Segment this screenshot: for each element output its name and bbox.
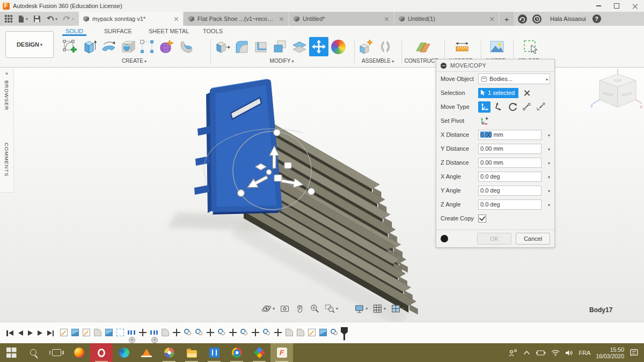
comments-panel-tab[interactable]: COMMENTS xyxy=(4,143,10,176)
create-form-icon[interactable] xyxy=(157,37,176,56)
timeline-move[interactable] xyxy=(139,329,147,342)
timeline-play[interactable] xyxy=(28,330,33,336)
blue-plate-body[interactable] xyxy=(194,79,280,215)
language-indicator[interactable]: FRA xyxy=(579,350,590,356)
joint-icon[interactable] xyxy=(376,37,395,56)
file-explorer-icon[interactable] xyxy=(180,343,203,362)
extrude-icon[interactable] xyxy=(79,37,99,56)
timeline-move[interactable] xyxy=(173,329,181,342)
move-type-point-to-position[interactable] xyxy=(534,101,546,113)
tab-surface[interactable]: SURFACE xyxy=(104,28,132,34)
file-menu-icon[interactable] xyxy=(16,14,30,24)
show-hidden-icons-chevron[interactable] xyxy=(523,350,530,355)
info-icon[interactable] xyxy=(441,235,448,242)
zoom-window-icon[interactable] xyxy=(325,304,338,314)
timeline-fillet[interactable] xyxy=(94,329,102,342)
chrome-icon[interactable] xyxy=(225,343,248,362)
ok-button[interactable]: OK xyxy=(477,233,511,245)
timeline-sketch[interactable] xyxy=(83,329,91,342)
selection-chip[interactable]: 1 selected xyxy=(478,88,518,98)
tab-solid[interactable]: SOLID xyxy=(65,28,83,34)
construct-plane-icon[interactable] xyxy=(413,37,433,56)
timeline-combine[interactable] xyxy=(240,329,248,342)
hole-icon[interactable] xyxy=(118,37,137,56)
grid-settings-icon[interactable] xyxy=(372,304,386,314)
clock[interactable]: 15:50 16/03/2020 xyxy=(596,346,624,359)
app-grid-icon[interactable] xyxy=(3,14,14,24)
pan-icon[interactable] xyxy=(295,304,305,314)
doc-tab[interactable]: Untitled* xyxy=(289,12,393,26)
close-tab-icon[interactable] xyxy=(489,17,494,21)
redo-icon[interactable] xyxy=(61,14,76,24)
timeline-sketch[interactable] xyxy=(308,329,316,342)
timeline-combine[interactable] xyxy=(184,329,192,342)
cancel-button[interactable]: Cancel xyxy=(516,233,550,245)
edge-icon[interactable] xyxy=(113,343,135,362)
timeline-fillet[interactable] xyxy=(162,329,170,342)
timeline-move[interactable] xyxy=(207,329,215,342)
timeline-position-marker[interactable] xyxy=(341,327,348,341)
dropdown-caret[interactable] xyxy=(547,131,550,138)
new-component-icon[interactable] xyxy=(356,37,376,56)
timeline-fillet[interactable] xyxy=(297,329,305,342)
display-settings-icon[interactable] xyxy=(354,304,368,314)
timeline-combine[interactable] xyxy=(331,329,339,342)
tab-tools[interactable]: TOOLS xyxy=(203,28,223,34)
assemble-group-label[interactable]: ASSEMBLE xyxy=(356,58,399,64)
move-object-dropdown[interactable]: Bodies... xyxy=(478,73,550,84)
plane-handle[interactable] xyxy=(284,162,291,168)
close-tab-icon[interactable] xyxy=(384,17,389,21)
value-input[interactable]: 0.00mm xyxy=(478,144,541,154)
task-view-icon[interactable] xyxy=(45,343,68,362)
notifications-icon[interactable] xyxy=(630,349,639,357)
create-group-label[interactable]: CREATE xyxy=(60,58,208,64)
help-icon[interactable] xyxy=(592,14,601,23)
app-frame-icon[interactable] xyxy=(203,343,225,362)
recent-files-clock-icon[interactable] xyxy=(532,14,541,24)
timeline-go-to-start[interactable] xyxy=(6,330,13,336)
dropdown-caret[interactable] xyxy=(547,159,550,166)
minimize-button[interactable] xyxy=(589,0,608,12)
user-name[interactable]: Hala Aissaoui xyxy=(550,16,586,22)
fillet-icon[interactable] xyxy=(232,37,251,56)
tab-sheet-metal[interactable]: SHEET METAL xyxy=(149,28,189,34)
move-copy-icon[interactable] xyxy=(309,37,328,56)
select-tool-icon[interactable] xyxy=(521,37,540,56)
value-input[interactable]: 0.0deg xyxy=(478,186,541,196)
rotate-handle[interactable] xyxy=(238,190,245,197)
timeline-pattern[interactable] xyxy=(116,329,125,342)
value-input[interactable]: 0.0deg xyxy=(478,172,541,182)
timeline-fillet[interactable] xyxy=(286,329,294,342)
doc-tab[interactable]: mypack sonntag v1* xyxy=(79,12,183,26)
timeline-extrude[interactable] xyxy=(319,329,327,342)
dropdown-caret[interactable] xyxy=(547,173,550,180)
dropdown-caret[interactable] xyxy=(547,187,550,194)
start-button[interactable] xyxy=(0,343,23,362)
timeline-go-to-end[interactable] xyxy=(47,330,54,336)
undo-icon[interactable] xyxy=(45,14,59,24)
timeline-combine[interactable] xyxy=(218,329,226,342)
timeline-extrude[interactable] xyxy=(71,329,79,342)
timeline-step-back[interactable] xyxy=(18,330,23,336)
move-type-free-move[interactable] xyxy=(478,101,491,113)
timeline-combine[interactable] xyxy=(263,329,271,342)
job-status-icon[interactable] xyxy=(518,14,527,24)
dialog-header[interactable]: MOVE/COPY xyxy=(436,60,554,72)
clear-selection-icon[interactable] xyxy=(524,90,529,95)
save-icon[interactable] xyxy=(32,14,42,24)
set-pivot-icon[interactable] xyxy=(478,115,491,127)
volume-icon[interactable] xyxy=(565,350,573,356)
search-icon[interactable] xyxy=(23,343,45,362)
create-sketch-icon[interactable] xyxy=(60,37,79,56)
photos-icon[interactable] xyxy=(248,343,270,362)
collapse-dialog-icon[interactable] xyxy=(441,63,447,69)
zoom-icon[interactable] xyxy=(310,304,320,314)
timeline-extrude[interactable] xyxy=(105,329,113,342)
opera-icon[interactable] xyxy=(90,343,113,362)
firefox-icon[interactable] xyxy=(68,343,90,362)
sweep-icon[interactable] xyxy=(176,37,195,56)
plane-handle[interactable] xyxy=(274,175,282,181)
free-move-handle[interactable] xyxy=(266,169,272,175)
rotate-handle[interactable] xyxy=(308,188,315,195)
wifi-icon[interactable] xyxy=(551,350,560,356)
